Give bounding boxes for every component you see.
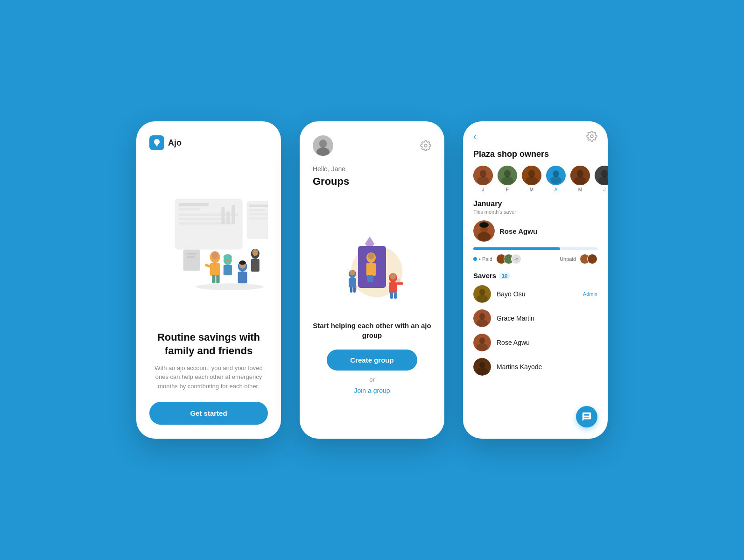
get-started-button[interactable]: Get started bbox=[149, 402, 268, 425]
svg-rect-25 bbox=[224, 265, 232, 275]
svg-rect-19 bbox=[204, 263, 211, 267]
svg-point-87 bbox=[477, 295, 488, 302]
groups-empty-illustration: Start helping each other with an ajo gro… bbox=[313, 197, 431, 425]
svg-rect-2 bbox=[179, 208, 200, 210]
unpaid-section: Unpaid bbox=[560, 254, 597, 264]
svg-point-31 bbox=[196, 283, 264, 290]
svg-point-36 bbox=[319, 140, 327, 148]
paid-avatars: +5 bbox=[496, 254, 521, 264]
groups-illustration-image bbox=[330, 227, 414, 311]
svg-point-74 bbox=[574, 176, 586, 185]
savers-count: 10 bbox=[499, 273, 510, 279]
svg-point-56 bbox=[350, 270, 355, 275]
onboarding-illustration bbox=[149, 160, 268, 331]
saver-list-item-0: Bayo OsuAdmin bbox=[473, 285, 597, 303]
unpaid-avatar-2 bbox=[587, 254, 597, 264]
saver-list-item-2: Rose Agwu bbox=[473, 334, 597, 351]
svg-rect-57 bbox=[350, 287, 352, 293]
member-item-3: A bbox=[546, 166, 566, 192]
onboarding-subtext: With an ajo account, you and your loved … bbox=[149, 364, 268, 391]
svg-point-64 bbox=[504, 170, 511, 177]
onboarding-headline: Routine savings with family and friends bbox=[149, 331, 268, 357]
group-settings-icon[interactable] bbox=[586, 131, 597, 142]
svg-point-83 bbox=[477, 232, 491, 241]
svg-point-76 bbox=[601, 170, 608, 177]
svg-point-16 bbox=[211, 252, 218, 259]
groups-empty-text: Start helping each other with an ajo gro… bbox=[313, 321, 431, 340]
groups-screen: Hello, Jane Groups bbox=[300, 121, 444, 439]
join-group-link[interactable]: Join a group bbox=[354, 387, 390, 394]
group-detail-screen: ‹ Plaza shop owners JFMAMJA January This… bbox=[463, 121, 608, 439]
svg-point-62 bbox=[477, 176, 489, 185]
saver-list-item-1: Grace Martin bbox=[473, 309, 597, 327]
svg-rect-33 bbox=[187, 253, 197, 255]
svg-point-45 bbox=[368, 253, 374, 259]
svg-rect-5 bbox=[179, 222, 234, 224]
members-strip: JFMAMJA bbox=[473, 166, 597, 192]
member-initial-2: M bbox=[530, 187, 533, 192]
member-initial-4: M bbox=[578, 187, 582, 192]
back-button[interactable]: ‹ bbox=[473, 131, 477, 142]
chat-fab-button[interactable] bbox=[576, 406, 597, 427]
svg-point-89 bbox=[479, 313, 485, 320]
user-avatar bbox=[313, 135, 333, 156]
svg-rect-34 bbox=[187, 256, 195, 258]
member-avatar-0[interactable] bbox=[473, 166, 493, 185]
saver-list-avatar-1 bbox=[473, 309, 491, 327]
svg-rect-11 bbox=[249, 209, 266, 211]
saver-list-avatar-0 bbox=[473, 285, 491, 303]
svg-point-50 bbox=[390, 273, 396, 280]
group-title: Plaza shop owners bbox=[473, 149, 597, 159]
svg-rect-47 bbox=[367, 275, 371, 282]
payment-progress-bar bbox=[473, 247, 597, 250]
svg-rect-21 bbox=[238, 272, 247, 283]
month-sub: This month's saver bbox=[473, 209, 597, 215]
svg-rect-58 bbox=[353, 287, 356, 293]
svg-rect-7 bbox=[226, 211, 230, 224]
svg-point-27 bbox=[224, 254, 232, 260]
member-item-2: M bbox=[522, 166, 541, 192]
or-divider: or bbox=[369, 376, 375, 383]
member-avatar-5[interactable] bbox=[595, 166, 608, 185]
svg-point-90 bbox=[477, 319, 488, 327]
settings-icon[interactable] bbox=[420, 140, 431, 151]
member-avatar-2[interactable] bbox=[522, 166, 541, 185]
saver-list-name-2: Rose Agwu bbox=[497, 339, 597, 346]
svg-point-67 bbox=[528, 170, 535, 177]
group-detail-top-row: ‹ bbox=[473, 131, 597, 142]
saver-list-name-0: Bayo Osu bbox=[497, 290, 577, 298]
unpaid-label: Unpaid bbox=[560, 256, 576, 262]
paid-indicator bbox=[473, 257, 477, 261]
groups-section-title: Groups bbox=[313, 175, 431, 188]
paid-unpaid-row: • Paid +5 Unpaid bbox=[473, 254, 597, 264]
member-avatar-4[interactable] bbox=[570, 166, 590, 185]
svg-rect-49 bbox=[389, 282, 397, 293]
saver-list-avatar-3 bbox=[473, 358, 491, 376]
member-item-5: J bbox=[595, 166, 608, 192]
svg-point-84 bbox=[479, 222, 489, 228]
paid-section: • Paid +5 bbox=[473, 254, 521, 264]
create-group-button[interactable]: Create group bbox=[327, 350, 417, 371]
svg-rect-52 bbox=[394, 292, 397, 299]
svg-rect-12 bbox=[249, 213, 268, 216]
current-saver-avatar bbox=[473, 220, 495, 242]
member-avatar-3[interactable] bbox=[546, 166, 566, 185]
svg-rect-55 bbox=[349, 278, 356, 287]
app-logo-icon bbox=[149, 135, 164, 150]
groups-top-row bbox=[313, 135, 431, 156]
svg-rect-8 bbox=[232, 205, 235, 224]
svg-point-61 bbox=[480, 170, 486, 177]
onboarding-screen: Ajo bbox=[136, 121, 281, 439]
member-avatar-1[interactable] bbox=[498, 166, 517, 185]
svg-point-95 bbox=[479, 362, 485, 368]
saver-list-name-1: Grace Martin bbox=[497, 315, 597, 322]
paid-avatar-count: +5 bbox=[511, 254, 521, 264]
svg-point-93 bbox=[477, 343, 488, 351]
svg-rect-6 bbox=[221, 207, 225, 224]
svg-rect-10 bbox=[249, 205, 268, 207]
svg-rect-29 bbox=[251, 259, 260, 272]
saver-list-avatar-2 bbox=[473, 334, 491, 351]
paid-label: • Paid bbox=[479, 256, 492, 262]
member-initial-1: F bbox=[506, 187, 509, 192]
member-initial-0: J bbox=[482, 187, 484, 192]
